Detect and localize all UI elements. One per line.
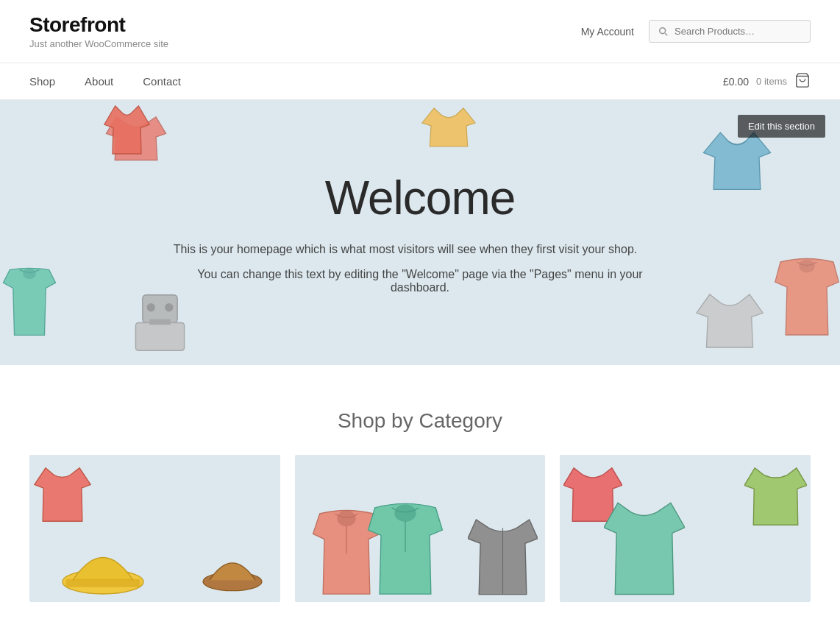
decor-right-hoodie (774, 247, 840, 343)
svg-point-15 (394, 504, 416, 522)
category-decor-hat (59, 521, 147, 602)
svg-point-4 (799, 259, 815, 272)
hero-text-2: You can change this text by editing the … (170, 268, 670, 294)
cart-icon (794, 72, 811, 88)
search-icon (658, 26, 669, 37)
category-card-inner-3 (560, 455, 811, 602)
site-subtitle: Just another WooCommerce site (29, 38, 168, 49)
decor-bottom-right-shirt (693, 288, 766, 354)
hero-content: Welcome This is your homepage which is w… (155, 127, 685, 339)
hero-title: Welcome (170, 171, 670, 225)
category-card-inner-2 (295, 455, 546, 602)
category-decor-hoodie-teal (365, 492, 446, 602)
logo-area: Storefront Just another WooCommerce site (29, 13, 168, 49)
svg-point-7 (147, 303, 155, 311)
shop-section: Shop by Category (0, 365, 840, 630)
category-decor-shirt-left (33, 462, 92, 528)
nav-link-shop[interactable]: Shop (29, 63, 70, 99)
category-card-3[interactable] (560, 455, 811, 602)
svg-rect-11 (66, 579, 140, 587)
nav-link-about[interactable]: About (70, 63, 128, 99)
site-header: Storefront Just another WooCommerce site… (0, 0, 840, 63)
category-decor-jacket-gray (468, 506, 538, 602)
main-nav: Shop About Contact £0.00 0 items (0, 63, 840, 100)
svg-point-3 (23, 269, 36, 279)
category-card-1[interactable] (29, 455, 280, 602)
decor-left-hoodie (0, 262, 59, 343)
search-input[interactable] (675, 26, 801, 37)
svg-point-13 (337, 510, 355, 526)
category-grid (29, 455, 811, 602)
hero-text-1: This is your homepage which is what most… (170, 243, 641, 256)
cart-icon-wrap[interactable] (794, 72, 811, 91)
category-decor-teal-shirt (604, 492, 685, 602)
header-right: My Account (581, 20, 811, 43)
svg-point-0 (660, 27, 666, 33)
shop-section-title: Shop by Category (29, 409, 811, 433)
decor-far-left-top (103, 100, 151, 159)
category-card-inner-1 (29, 455, 280, 602)
nav-links: Shop About Contact (29, 63, 196, 99)
cart-items-count: 0 items (756, 76, 787, 87)
my-account-link[interactable]: My Account (581, 26, 634, 38)
cart-area[interactable]: £0.00 0 items (723, 72, 811, 91)
category-decor-green-shirt (744, 462, 807, 532)
cart-amount: £0.00 (723, 76, 749, 88)
svg-line-1 (665, 33, 667, 35)
nav-link-contact[interactable]: Contact (128, 63, 196, 99)
category-card-2[interactable] (295, 455, 546, 602)
site-title: Storefront (29, 13, 168, 37)
search-box (649, 20, 811, 43)
category-decor-hat2 (199, 536, 266, 595)
edit-section-button[interactable]: Edit this section (738, 115, 825, 138)
hero-section: Edit this section (0, 100, 840, 365)
